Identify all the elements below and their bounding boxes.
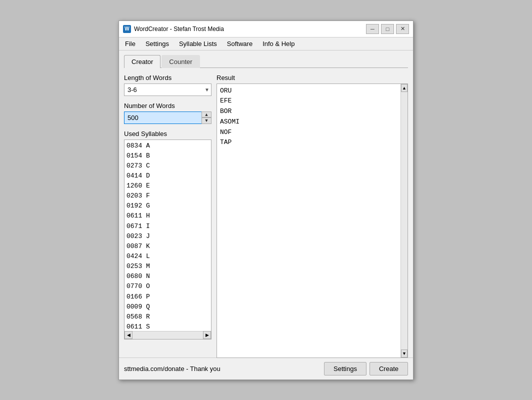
title-bar: W WordCreator - Stefan Trost Media ─ □ ✕	[119, 21, 413, 38]
list-item: 0009 Q	[126, 302, 209, 312]
list-item: NOF	[220, 128, 398, 138]
syllables-list[interactable]: 0834 A0154 B0273 C0414 D1260 E0203 F0192…	[124, 140, 211, 331]
list-item: BOR	[220, 106, 398, 117]
length-select[interactable]: 1-3 2-4 3-6 4-8 5-10	[124, 84, 212, 96]
list-item: 0834 A	[126, 141, 209, 151]
list-item: 0671 I	[126, 222, 209, 232]
content-area: Creator Counter Length of Words 1-3 2-4 …	[119, 50, 413, 354]
create-button[interactable]: Create	[370, 362, 408, 376]
list-item: 0023 J	[126, 232, 209, 242]
number-input-wrapper: ▲ ▼	[124, 112, 212, 124]
left-panel: Length of Words 1-3 2-4 3-6 4-8 5-10 ▼ N…	[124, 74, 212, 348]
list-item: 0611 S	[126, 322, 209, 330]
result-label: Result	[216, 74, 408, 82]
list-item: 0680 N	[126, 272, 209, 282]
syllables-list-wrapper: 0834 A0154 B0273 C0414 D1260 E0203 F0192…	[124, 140, 212, 340]
result-scrollbar: ▲ ▼	[400, 84, 408, 358]
list-item: 1260 E	[126, 181, 209, 191]
scroll-down-button[interactable]: ▼	[401, 350, 408, 358]
settings-button[interactable]: Settings	[324, 362, 366, 376]
menu-syllable-lists[interactable]: Syllable Lists	[175, 38, 221, 49]
syllables-label: Used Syllables	[124, 130, 212, 138]
menu-info-help[interactable]: Info & Help	[258, 38, 298, 49]
list-item: 0273 C	[126, 161, 209, 171]
maximize-button[interactable]: □	[381, 24, 394, 34]
length-select-wrapper: 1-3 2-4 3-6 4-8 5-10 ▼	[124, 84, 212, 96]
list-item: 0166 P	[126, 292, 209, 302]
window-controls: ─ □ ✕	[366, 24, 409, 34]
scroll-up-button[interactable]: ▲	[401, 84, 408, 92]
window-title: WordCreator - Stefan Trost Media	[134, 26, 366, 32]
horizontal-scrollbar: ◀ ▶	[124, 331, 211, 339]
spin-down-button[interactable]: ▼	[202, 118, 212, 124]
number-label: Number of Words	[124, 102, 212, 110]
list-item: 0424 L	[126, 252, 209, 262]
menu-software[interactable]: Software	[223, 38, 256, 49]
list-item: 0192 G	[126, 201, 209, 211]
list-item: EFE	[220, 96, 398, 106]
status-bar: sttmedia.com/donate - Thank you Settings…	[119, 358, 413, 380]
minimize-button[interactable]: ─	[366, 24, 379, 34]
list-item: 0154 B	[126, 151, 209, 161]
menu-file[interactable]: File	[121, 38, 140, 49]
action-buttons: Settings Create	[324, 362, 408, 376]
list-item: 0414 D	[126, 171, 209, 181]
number-input[interactable]	[124, 112, 212, 124]
list-item: ORU	[220, 86, 398, 96]
list-item: 0568 R	[126, 312, 209, 322]
scroll-track	[132, 332, 203, 339]
scroll-right-button[interactable]: ▶	[203, 331, 211, 339]
length-label: Length of Words	[124, 74, 212, 82]
main-area: Length of Words 1-3 2-4 3-6 4-8 5-10 ▼ N…	[124, 74, 408, 348]
list-item: 0203 F	[126, 191, 209, 201]
tab-counter[interactable]: Counter	[162, 55, 200, 68]
close-button[interactable]: ✕	[396, 24, 409, 34]
list-item: ASOMI	[220, 117, 398, 128]
list-item: TAP	[220, 138, 398, 148]
list-item: 0770 O	[126, 282, 209, 292]
list-item: 0611 H	[126, 211, 209, 221]
result-list[interactable]: ORUEFEBORASOMINOFTAP	[217, 84, 408, 358]
app-icon: W	[123, 25, 131, 33]
tab-bar: Creator Counter	[124, 54, 408, 68]
spin-up-button[interactable]: ▲	[202, 112, 212, 118]
tab-creator[interactable]: Creator	[124, 55, 160, 68]
main-window: W WordCreator - Stefan Trost Media ─ □ ✕…	[118, 20, 414, 380]
scroll-track	[401, 92, 408, 350]
scroll-left-button[interactable]: ◀	[124, 331, 132, 339]
right-panel: Result ORUEFEBORASOMINOFTAP ▲ ▼	[216, 74, 408, 348]
list-item: 0087 K	[126, 242, 209, 252]
status-text: sttmedia.com/donate - Thank you	[124, 365, 220, 372]
menu-settings[interactable]: Settings	[142, 38, 173, 49]
result-box: ORUEFEBORASOMINOFTAP ▲ ▼	[216, 84, 408, 358]
menu-bar: File Settings Syllable Lists Software In…	[119, 38, 413, 50]
list-item: 0253 M	[126, 262, 209, 272]
